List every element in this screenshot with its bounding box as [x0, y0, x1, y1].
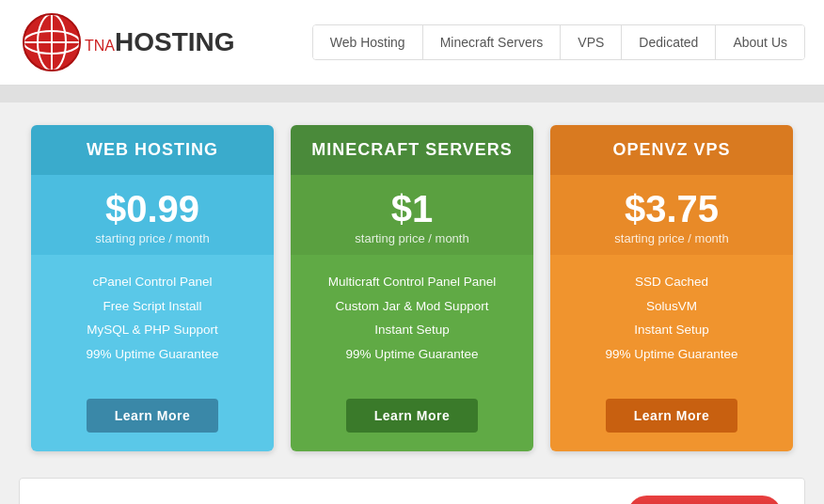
- vps-feature-4: 99% Uptime Guarantee: [560, 342, 784, 367]
- web-feature-3: MySQL & PHP Support: [40, 318, 264, 342]
- signup-now-button[interactable]: SIGNUP NOW: [627, 496, 782, 504]
- nav-about-us[interactable]: About Us: [716, 25, 804, 59]
- main-nav: Web Hosting Minecraft Servers VPS Dedica…: [312, 24, 805, 60]
- vps-feature-3: Instant Setup: [560, 318, 784, 342]
- vps-features: SSD Cached SolusVM Instant Setup 99% Upt…: [550, 255, 793, 386]
- web-hosting-price-section: $0.99 starting price / month: [31, 175, 274, 255]
- nav-vps[interactable]: VPS: [561, 25, 622, 59]
- vps-card-header: OpenVZ VPS: [550, 125, 793, 175]
- vps-price: $3.75: [560, 188, 784, 229]
- minecraft-price-sub: starting price / month: [300, 231, 524, 245]
- minecraft-learn-more-button[interactable]: Learn More: [346, 399, 478, 433]
- minecraft-price: $1: [300, 188, 524, 229]
- vps-footer: Learn More: [550, 386, 793, 451]
- minecraft-card-header: MINECRAFT SERVERS: [291, 125, 533, 175]
- logo-text: TNAHOSTING: [85, 27, 235, 57]
- mc-feature-3: Instant Setup: [300, 318, 524, 342]
- mc-feature-1: Multicraft Control Panel Panel: [300, 270, 524, 294]
- web-feature-4: 99% Uptime Guarantee: [40, 342, 264, 367]
- vps-feature-2: SolusVM: [560, 294, 784, 319]
- bottom-banner: Your business requires more than just ho…: [19, 478, 805, 504]
- web-feature-1: cPanel Control Panel: [40, 270, 264, 294]
- web-hosting-card-header: WEB HOSTING: [31, 125, 274, 175]
- nav-minecraft-servers[interactable]: Minecraft Servers: [423, 25, 562, 59]
- vps-feature-1: SSD Cached: [560, 270, 784, 294]
- vps-price-sub: starting price / month: [560, 231, 784, 245]
- minecraft-price-section: $1 starting price / month: [291, 175, 533, 255]
- web-hosting-price-sub: starting price / month: [40, 231, 264, 245]
- pricing-section: WEB HOSTING $0.99 starting price / month…: [0, 102, 824, 474]
- logo-hosting: HOSTING: [115, 27, 235, 56]
- vps-card: OpenVZ VPS $3.75 starting price / month …: [550, 125, 793, 451]
- nav-web-hosting[interactable]: Web Hosting: [313, 25, 423, 59]
- web-hosting-card: WEB HOSTING $0.99 starting price / month…: [31, 125, 274, 451]
- vps-price-section: $3.75 starting price / month: [550, 175, 793, 255]
- header: TNAHOSTING Web Hosting Minecraft Servers…: [0, 0, 824, 86]
- logo-tna: TNA: [85, 38, 115, 54]
- web-hosting-price: $0.99: [40, 188, 264, 229]
- minecraft-features: Multicraft Control Panel Panel Custom Ja…: [291, 255, 533, 386]
- header-separator: [0, 86, 824, 102]
- web-feature-2: Free Script Install: [40, 294, 264, 319]
- minecraft-footer: Learn More: [291, 386, 533, 451]
- nav-dedicated[interactable]: Dedicated: [622, 25, 716, 59]
- web-hosting-learn-more-button[interactable]: Learn More: [87, 399, 218, 433]
- logo-globe-icon: [19, 9, 85, 75]
- vps-learn-more-button[interactable]: Learn More: [606, 399, 737, 433]
- mc-feature-4: 99% Uptime Guarantee: [300, 342, 524, 367]
- minecraft-card: MINECRAFT SERVERS $1 starting price / mo…: [291, 125, 533, 451]
- web-hosting-footer: Learn More: [31, 386, 274, 451]
- web-hosting-features: cPanel Control Panel Free Script Install…: [31, 255, 274, 386]
- mc-feature-2: Custom Jar & Mod Support: [300, 294, 524, 319]
- logo-area: TNAHOSTING: [19, 9, 235, 75]
